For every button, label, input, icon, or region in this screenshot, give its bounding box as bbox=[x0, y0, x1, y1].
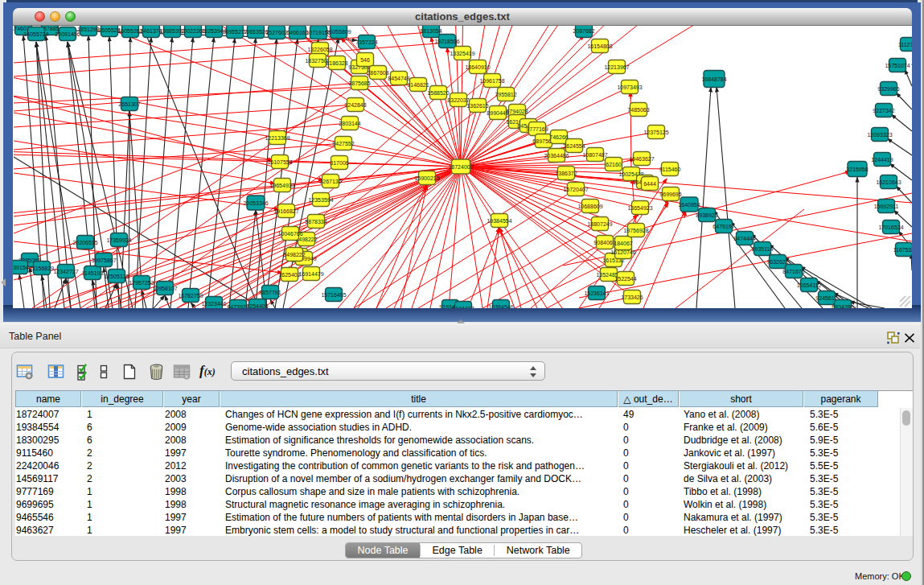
svg-text:1527602: 1527602 bbox=[265, 30, 287, 35]
svg-text:1588520: 1588520 bbox=[427, 90, 449, 96]
svg-text:19654933: 19654933 bbox=[269, 183, 294, 188]
svg-text:10973493: 10973493 bbox=[617, 84, 642, 90]
svg-text:7386372: 7386372 bbox=[555, 171, 577, 176]
svg-text:19166827: 19166827 bbox=[273, 208, 298, 214]
svg-text:62160: 62160 bbox=[606, 162, 622, 167]
svg-text:7254406: 7254406 bbox=[246, 303, 268, 309]
svg-text:20053346: 20053346 bbox=[243, 200, 268, 206]
svg-text:16848784: 16848784 bbox=[701, 76, 726, 82]
svg-text:16914479: 16914479 bbox=[298, 271, 323, 277]
svg-text:16055267: 16055267 bbox=[117, 28, 142, 34]
svg-text:1167532: 1167532 bbox=[893, 247, 912, 253]
svg-text:17957253: 17957253 bbox=[129, 280, 154, 286]
svg-text:2935114: 2935114 bbox=[752, 246, 774, 252]
svg-text:18724007: 18724007 bbox=[448, 164, 473, 170]
svg-text:19756928: 19756928 bbox=[623, 228, 648, 233]
svg-text:12213967: 12213967 bbox=[604, 64, 629, 70]
svg-text:12505135: 12505135 bbox=[104, 274, 129, 279]
svg-text:30975867: 30975867 bbox=[91, 257, 116, 263]
svg-text:9777169: 9777169 bbox=[526, 126, 548, 132]
svg-text:12093323: 12093323 bbox=[867, 132, 892, 138]
svg-text:3215958: 3215958 bbox=[846, 167, 868, 172]
svg-text:15900215: 15900215 bbox=[414, 175, 439, 181]
svg-text:8938923: 8938923 bbox=[696, 212, 717, 218]
svg-text:17016534: 17016534 bbox=[878, 225, 903, 230]
svg-text:10653526: 10653526 bbox=[243, 29, 268, 35]
svg-text:15751074: 15751074 bbox=[885, 63, 910, 68]
svg-text:20206535: 20206535 bbox=[72, 240, 97, 245]
svg-text:20091406: 20091406 bbox=[55, 31, 80, 37]
svg-text:10384546: 10384546 bbox=[488, 304, 513, 309]
svg-text:9245612: 9245612 bbox=[815, 295, 837, 301]
svg-text:10958107: 10958107 bbox=[152, 286, 177, 291]
svg-text:1244419: 1244419 bbox=[871, 157, 893, 163]
svg-text:14055724: 14055724 bbox=[23, 31, 48, 37]
svg-text:1733426: 1733426 bbox=[621, 295, 643, 300]
svg-text:8454749: 8454749 bbox=[388, 76, 409, 81]
svg-text:15716485: 15716485 bbox=[321, 292, 346, 298]
svg-text:8104477: 8104477 bbox=[452, 306, 474, 309]
svg-text:939154: 939154 bbox=[13, 265, 29, 270]
svg-text:15236141: 15236141 bbox=[584, 290, 609, 296]
svg-text:7955812: 7955812 bbox=[495, 92, 516, 97]
svg-text:184067: 184067 bbox=[614, 241, 632, 246]
svg-text:12353594: 12353594 bbox=[308, 197, 333, 203]
svg-text:2651307: 2651307 bbox=[118, 101, 140, 107]
svg-text:8186328: 8186328 bbox=[326, 60, 347, 66]
svg-text:13226058: 13226058 bbox=[307, 47, 332, 52]
svg-text:6479197: 6479197 bbox=[713, 224, 734, 229]
svg-text:6794028: 6794028 bbox=[506, 109, 528, 114]
svg-text:2867608: 2867608 bbox=[367, 70, 388, 76]
svg-text:16107554: 16107554 bbox=[267, 159, 292, 165]
svg-text:1851298: 1851298 bbox=[77, 27, 99, 32]
svg-text:3624554: 3624554 bbox=[563, 143, 585, 149]
svg-text:7485063: 7485063 bbox=[627, 107, 649, 113]
svg-text:9115460: 9115460 bbox=[659, 167, 681, 172]
svg-text:10807487: 10807487 bbox=[582, 152, 607, 158]
svg-text:1112733: 1112733 bbox=[898, 42, 912, 47]
svg-text:12342737: 12342737 bbox=[53, 269, 78, 274]
svg-text:9857791: 9857791 bbox=[259, 290, 281, 295]
svg-text:1362615: 1362615 bbox=[466, 103, 488, 109]
svg-text:1522544: 1522544 bbox=[614, 276, 636, 282]
svg-text:6444: 6444 bbox=[643, 181, 656, 187]
svg-text:746266: 746266 bbox=[549, 134, 568, 140]
svg-text:2803144: 2803144 bbox=[339, 121, 360, 126]
svg-text:9427552: 9427552 bbox=[332, 141, 354, 146]
svg-text:16055809: 16055809 bbox=[326, 29, 351, 35]
svg-text:10654112: 10654112 bbox=[797, 282, 822, 288]
svg-text:13654923: 13654923 bbox=[627, 205, 652, 211]
svg-text:8322037: 8322037 bbox=[447, 97, 469, 103]
svg-text:16782759: 16782759 bbox=[178, 293, 203, 299]
svg-text:16210643: 16210643 bbox=[876, 179, 901, 185]
svg-text:19218506: 19218506 bbox=[434, 39, 459, 44]
svg-text:1640954: 1640954 bbox=[678, 202, 700, 208]
svg-text:11156829: 11156829 bbox=[30, 266, 54, 271]
svg-text:15720407: 15720407 bbox=[563, 187, 588, 192]
svg-text:546: 546 bbox=[360, 57, 370, 63]
svg-text:2087682: 2087682 bbox=[573, 28, 594, 34]
svg-text:10688609: 10688609 bbox=[577, 204, 602, 209]
svg-text:8813054: 8813054 bbox=[420, 28, 441, 34]
svg-text:10961758: 10961758 bbox=[479, 78, 504, 84]
svg-text:15692911: 15692911 bbox=[874, 204, 899, 209]
svg-text:8471676: 8471676 bbox=[782, 269, 804, 274]
svg-text:19463627: 19463627 bbox=[629, 156, 654, 162]
svg-text:12323446: 12323446 bbox=[201, 301, 226, 307]
svg-text:5878334: 5878334 bbox=[305, 219, 326, 225]
svg-text:7625402: 7625402 bbox=[278, 272, 300, 278]
svg-text:317006: 317006 bbox=[330, 160, 348, 166]
svg-text:12213369: 12213369 bbox=[265, 135, 290, 141]
svg-text:16154808: 16154808 bbox=[587, 43, 612, 49]
svg-text:12375125: 12375125 bbox=[643, 130, 668, 135]
svg-text:5498222: 5498222 bbox=[283, 252, 305, 257]
svg-text:10046766: 10046766 bbox=[277, 231, 302, 237]
svg-text:9474444: 9474444 bbox=[733, 236, 755, 241]
svg-text:18807249: 18807249 bbox=[587, 221, 612, 227]
svg-text:3267130: 3267130 bbox=[319, 179, 341, 184]
svg-text:3875685: 3875685 bbox=[348, 80, 370, 86]
svg-text:1145193: 1145193 bbox=[82, 270, 104, 276]
svg-text:9227342: 9227342 bbox=[873, 108, 894, 113]
svg-text:9146821: 9146821 bbox=[407, 82, 429, 88]
svg-text:20364486: 20364486 bbox=[544, 153, 569, 159]
